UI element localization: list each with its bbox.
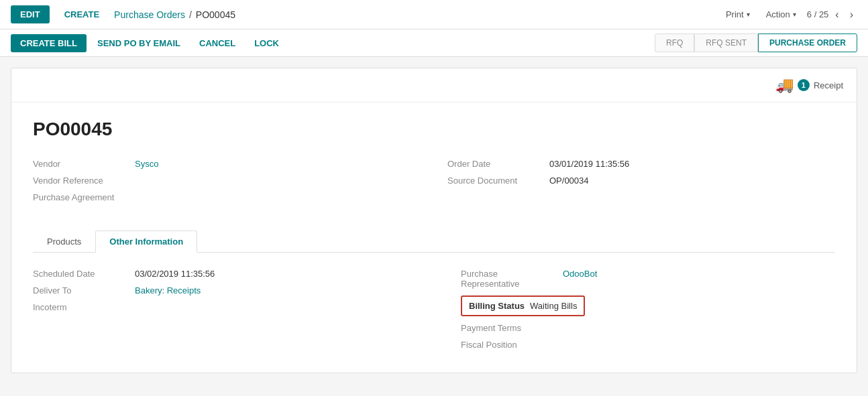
form-card: 🚚 1 Receipt PO00045 Vendor Sysco Vendor … <box>11 68 857 373</box>
lock-button[interactable]: LOCK <box>246 34 287 52</box>
other-info-right: PurchaseRepresentative OdooBot Billing S… <box>461 269 835 356</box>
print-caret-icon: ▾ <box>747 11 750 18</box>
source-doc-row: Source Document OP/00034 <box>447 176 835 186</box>
incoterm-row: Incoterm <box>33 302 407 312</box>
breadcrumb: Purchase Orders / PO00045 <box>114 9 712 20</box>
fiscal-position-row: Fiscal Position <box>461 340 835 350</box>
print-label: Print <box>726 9 744 19</box>
payment-terms-label: Payment Terms <box>461 323 555 333</box>
order-date-row: Order Date 03/01/2019 11:35:56 <box>447 159 835 169</box>
top-bar: EDIT CREATE Purchase Orders / PO00045 Pr… <box>0 0 868 29</box>
left-fields: Vendor Sysco Vendor Reference Purchase A… <box>33 159 421 209</box>
scheduled-date-value: 03/02/2019 11:35:56 <box>135 269 215 279</box>
fiscal-position-label: Fiscal Position <box>461 340 555 350</box>
billing-status-box: Billing Status Waiting Bills <box>461 295 585 316</box>
pagination: 6 / 25 ‹ › <box>807 7 857 22</box>
billing-status-row: Billing Status Waiting Bills <box>461 295 835 316</box>
purchase-agreement-label: Purchase Agreement <box>33 192 127 202</box>
vendor-row: Vendor Sysco <box>33 159 421 169</box>
deliver-to-label: Deliver To <box>33 285 127 295</box>
right-fields: Order Date 03/01/2019 11:35:56 Source Do… <box>447 159 835 209</box>
billing-status-value: Waiting Bills <box>530 301 577 311</box>
vendor-label: Vendor <box>33 159 127 169</box>
billing-status-label: Billing Status <box>469 301 525 311</box>
receipt-count: 1 <box>798 79 810 91</box>
scheduled-date-row: Scheduled Date 03/02/2019 11:35:56 <box>33 269 407 279</box>
purchase-rep-row: PurchaseRepresentative OdooBot <box>461 269 835 289</box>
scheduled-date-label: Scheduled Date <box>33 269 127 279</box>
purchase-rep-value[interactable]: OdooBot <box>563 269 597 279</box>
breadcrumb-separator: / <box>189 9 192 20</box>
deliver-to-value[interactable]: Bakery: Receipts <box>135 285 201 295</box>
tab-products[interactable]: Products <box>33 230 95 253</box>
truck-icon: 🚚 <box>775 76 794 94</box>
status-rfq[interactable]: RFQ <box>655 34 694 52</box>
action-dropdown[interactable]: Action ▾ <box>761 5 802 23</box>
action-label: Action <box>766 9 790 19</box>
pagination-text: 6 / 25 <box>807 9 829 19</box>
cancel-button[interactable]: CANCEL <box>191 34 243 52</box>
edit-button[interactable]: EDIT <box>11 5 50 23</box>
create-button[interactable]: CREATE <box>58 5 106 23</box>
next-button[interactable]: › <box>846 7 857 22</box>
prev-button[interactable]: ‹ <box>831 7 843 22</box>
breadcrumb-current: PO00045 <box>196 9 235 20</box>
action-bar: CREATE BILL SEND PO BY EMAIL CANCEL LOCK… <box>0 29 868 57</box>
vendor-ref-row: Vendor Reference <box>33 176 421 186</box>
vendor-value[interactable]: Sysco <box>135 159 158 169</box>
status-purchase-order[interactable]: PURCHASE ORDER <box>758 34 857 52</box>
source-doc-label: Source Document <box>447 176 541 186</box>
print-dropdown[interactable]: Print ▾ <box>720 5 755 23</box>
status-rfq-sent[interactable]: RFQ SENT <box>694 34 758 52</box>
action-caret-icon: ▾ <box>793 11 796 18</box>
order-date-label: Order Date <box>447 159 541 169</box>
tab-content-other-info: Scheduled Date 03/02/2019 11:35:56 Deliv… <box>33 269 835 356</box>
source-doc-value: OP/00034 <box>549 176 589 186</box>
vendor-ref-label: Vendor Reference <box>33 176 127 186</box>
receipt-bar: 🚚 1 Receipt <box>11 68 857 103</box>
form-body: PO00045 Vendor Sysco Vendor Reference Pu… <box>11 103 857 373</box>
other-info-left: Scheduled Date 03/02/2019 11:35:56 Deliv… <box>33 269 407 356</box>
send-po-email-button[interactable]: SEND PO BY EMAIL <box>89 34 188 52</box>
payment-terms-row: Payment Terms <box>461 323 835 333</box>
receipt-link[interactable]: 🚚 1 Receipt <box>775 76 843 94</box>
deliver-to-row: Deliver To Bakery: Receipts <box>33 285 407 295</box>
order-date-value: 03/01/2019 11:35:56 <box>549 159 629 169</box>
status-bar: RFQ RFQ SENT PURCHASE ORDER <box>655 34 857 52</box>
incoterm-label: Incoterm <box>33 302 127 312</box>
top-right-controls: Print ▾ Action ▾ 6 / 25 ‹ › <box>720 5 857 23</box>
create-bill-button[interactable]: CREATE BILL <box>11 34 87 52</box>
purchase-agreement-row: Purchase Agreement <box>33 192 421 202</box>
tab-other-info[interactable]: Other Information <box>95 230 197 253</box>
receipt-label: Receipt <box>814 80 843 90</box>
form-fields: Vendor Sysco Vendor Reference Purchase A… <box>33 159 835 209</box>
tabs: Products Other Information <box>33 230 835 253</box>
purchase-rep-label: PurchaseRepresentative <box>461 269 555 289</box>
main-content: 🚚 1 Receipt PO00045 Vendor Sysco Vendor … <box>0 57 868 384</box>
po-title: PO00045 <box>33 119 835 140</box>
breadcrumb-parent[interactable]: Purchase Orders <box>114 9 185 20</box>
